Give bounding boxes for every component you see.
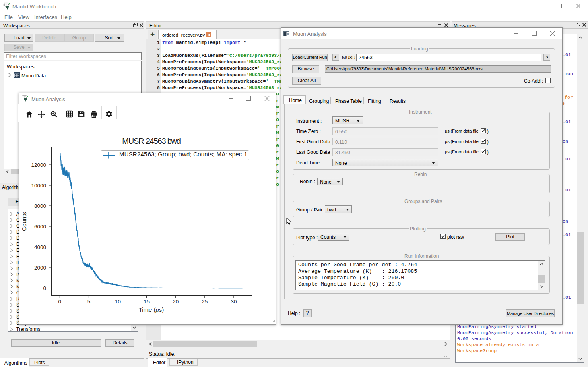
svg-text:10: 10 xyxy=(115,299,121,305)
svg-text:30: 30 xyxy=(231,299,237,305)
svg-text:0: 0 xyxy=(43,285,46,291)
svg-text:8000: 8000 xyxy=(34,203,46,209)
svg-text:4000: 4000 xyxy=(34,244,46,250)
svg-text:6000: 6000 xyxy=(34,224,46,230)
svg-text:0: 0 xyxy=(58,299,62,305)
svg-text:Time (μs): Time (μs) xyxy=(139,306,164,313)
svg-text:MUSR24563; Group; bwd; Counts;: MUSR24563; Group; bwd; Counts; MA: spec … xyxy=(119,151,247,158)
svg-text:20: 20 xyxy=(173,299,179,305)
svg-text:12000: 12000 xyxy=(31,162,46,168)
svg-text:25: 25 xyxy=(202,299,208,305)
svg-text:10000: 10000 xyxy=(31,182,46,189)
svg-text:15: 15 xyxy=(144,299,150,305)
svg-text:2000: 2000 xyxy=(34,265,46,271)
svg-text:Counts: Counts xyxy=(21,212,27,231)
svg-text:5: 5 xyxy=(87,299,91,305)
